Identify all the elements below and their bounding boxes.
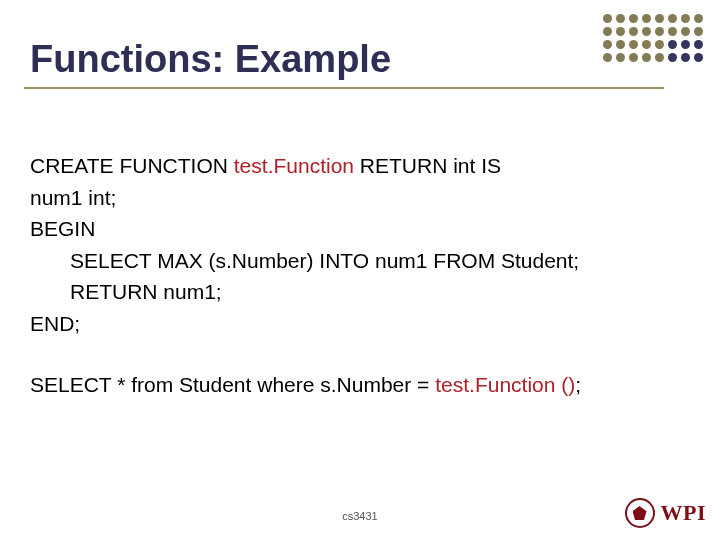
function-name: test.Function xyxy=(234,154,354,177)
query-text: ; xyxy=(575,373,581,396)
slide-body: CREATE FUNCTION test.Function RETURN int… xyxy=(30,150,690,401)
slide: Functions: Example CREATE FUNCTION test.… xyxy=(0,0,720,540)
code-line-5: RETURN num1; xyxy=(30,276,690,308)
logo-seal-icon xyxy=(625,498,655,528)
function-call: test.Function () xyxy=(435,373,575,396)
footer-text: cs3431 xyxy=(0,510,720,522)
slide-title: Functions: Example xyxy=(30,38,610,81)
decorative-dots xyxy=(603,14,704,63)
query-line: SELECT * from Student where s.Number = t… xyxy=(30,369,690,401)
title-rule xyxy=(24,87,664,89)
code-line-2: num1 int; xyxy=(30,182,690,214)
title-block: Functions: Example xyxy=(30,38,610,89)
wpi-logo: WPI xyxy=(625,498,707,528)
code-text: CREATE FUNCTION xyxy=(30,154,234,177)
code-line-6: END; xyxy=(30,308,690,340)
code-line-3: BEGIN xyxy=(30,213,690,245)
logo-text: WPI xyxy=(661,500,707,526)
query-text: SELECT * from Student where s.Number = xyxy=(30,373,435,396)
code-line-1: CREATE FUNCTION test.Function RETURN int… xyxy=(30,150,690,182)
code-text: RETURN int IS xyxy=(354,154,501,177)
code-line-4: SELECT MAX (s.Number) INTO num1 FROM Stu… xyxy=(30,245,690,277)
